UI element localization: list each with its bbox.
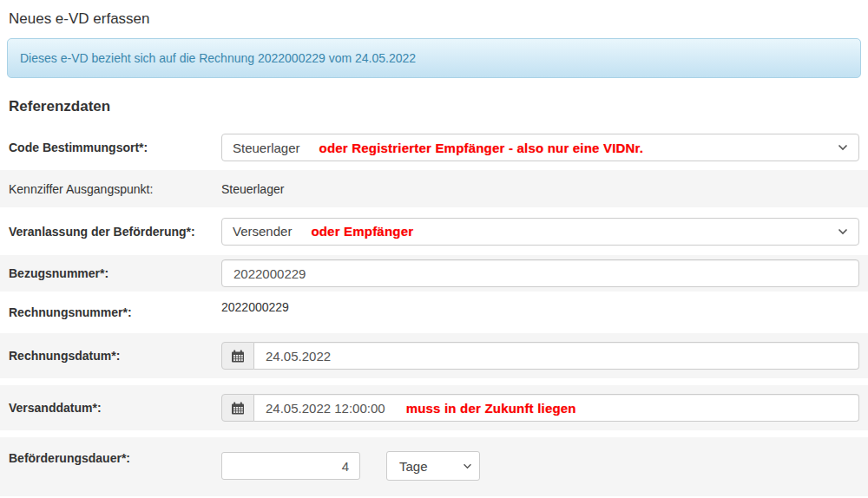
row-code-bestimmungsort: Code Bestimmungsort*: Steuerlager oder R… (0, 125, 868, 170)
label-rechnungsnummer: Rechnungsnummer*: (0, 305, 221, 319)
row-versanddatum: Versanddatum*: 24.0 (0, 385, 868, 430)
label-versanddatum: Versanddatum*: (0, 401, 221, 415)
calendar-icon (231, 350, 245, 363)
chevron-down-icon (838, 144, 848, 151)
referenzdaten-form: Code Bestimmungsort*: Steuerlager oder R… (0, 125, 868, 496)
versanddatum-annotation: muss in der Zukunft liegen (406, 401, 576, 416)
row-befoerderungsdauer: Beförderungsdauer*: Tage (0, 437, 868, 496)
label-befoerderungsdauer: Beförderungsdauer*: (0, 451, 221, 465)
code-bestimmungsort-select[interactable]: Steuerlager oder Registrierter Empfänger… (221, 134, 859, 161)
row-veranlassung-befoerderung: Veranlassung der Beförderung*: Versender… (0, 207, 868, 255)
versanddatum-value: 24.05.2022 12:00:00 (266, 401, 385, 416)
page-title: Neues e-VD erfassen (0, 0, 868, 28)
code-bestimmungsort-value: Steuerlager (233, 141, 300, 155)
label-code-bestimmungsort: Code Bestimmungsort*: (0, 141, 221, 154)
row-rechnungsnummer: Rechnungsnummer*: 2022000229 (0, 292, 868, 333)
chevron-down-icon (463, 463, 472, 469)
veranlassung-befoerderung-select[interactable]: Versender oder Empfänger (221, 218, 859, 246)
rechnungsdatum-calendar-button[interactable] (221, 342, 254, 370)
befoerderungsdauer-unit-value: Tage (399, 459, 428, 474)
befoerderungsdauer-unit-select[interactable]: Tage (386, 451, 480, 481)
label-veranlassung-befoerderung: Veranlassung der Beförderung*: (0, 225, 221, 239)
section-heading: Referenzdaten (9, 98, 859, 114)
versanddatum-input[interactable]: 24.05.2022 12:00:00 muss in der Zukunft … (254, 394, 859, 422)
veranlassung-befoerderung-value: Versender (233, 224, 292, 239)
versanddatum-calendar-button[interactable] (221, 394, 254, 422)
chevron-down-icon (838, 228, 848, 235)
befoerderungsdauer-input[interactable] (221, 452, 360, 480)
label-bezugsnummer: Bezugsnummer*: (0, 266, 221, 280)
calendar-icon (231, 402, 245, 415)
row-rechnungsdatum: Rechnungsdatum*: 24 (0, 333, 868, 378)
rechnungsnummer-value: 2022000229 (221, 300, 289, 314)
label-kennziffer-ausgangspunkt: Kennziffer Ausgangspunkt: (0, 182, 221, 196)
info-banner-text: Dieses e-VD bezieht sich auf die Rechnun… (20, 51, 416, 65)
veranlassung-befoerderung-annotation: oder Empfänger (311, 224, 413, 239)
kennziffer-ausgangspunkt-value: Steuerlager (221, 182, 284, 196)
rechnungsdatum-input[interactable]: 24.05.2022 (254, 342, 859, 370)
row-kennziffer-ausgangspunkt: Kennziffer Ausgangspunkt: Steuerlager (0, 170, 868, 207)
bezugsnummer-input[interactable] (221, 259, 859, 287)
label-rechnungsdatum: Rechnungsdatum*: (0, 349, 221, 363)
info-banner: Dieses e-VD bezieht sich auf die Rechnun… (7, 38, 861, 78)
code-bestimmungsort-annotation: oder Registrierter Empfänger - also nur … (319, 141, 644, 155)
rechnungsdatum-value: 24.05.2022 (266, 349, 331, 364)
row-bezugsnummer: Bezugsnummer*: (0, 255, 868, 292)
